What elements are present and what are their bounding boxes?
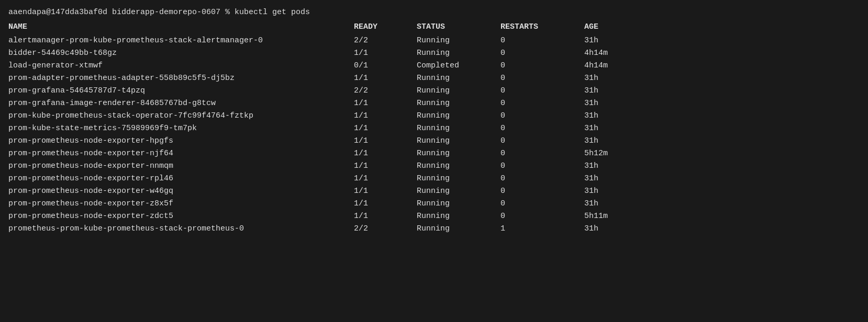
pod-status: Running: [417, 160, 500, 172]
table-row: prom-adapter-prometheus-adapter-558b89c5…: [8, 72, 860, 85]
pod-restarts: 0: [500, 198, 584, 210]
table-header: NAME READY STATUS RESTARTS AGE: [8, 21, 860, 33]
pod-restarts: 0: [500, 160, 584, 172]
pod-ready: 1/1: [354, 210, 417, 223]
pod-name: prom-prometheus-node-exporter-rpl46: [8, 172, 354, 185]
pod-status: Running: [417, 198, 500, 210]
table-row: alertmanager-prom-kube-prometheus-stack-…: [8, 34, 860, 47]
table-row: prom-kube-state-metrics-75989969f9-tm7pk…: [8, 122, 860, 135]
pod-restarts: 0: [500, 122, 584, 135]
table-row: prom-prometheus-node-exporter-z8x5f 1/1 …: [8, 198, 860, 210]
table-row: prom-prometheus-node-exporter-w46gq 1/1 …: [8, 185, 860, 198]
pod-name: prom-prometheus-node-exporter-z8x5f: [8, 198, 354, 210]
pod-name: prom-prometheus-node-exporter-hpgfs: [8, 135, 354, 147]
pod-age: 31h: [584, 110, 647, 122]
pod-restarts: 0: [500, 85, 584, 97]
pod-status: Running: [417, 210, 500, 223]
table-row: bidder-54469c49bb-t68gz 1/1 Running 0 4h…: [8, 47, 860, 60]
pod-age: 31h: [584, 122, 647, 135]
pod-status: Running: [417, 147, 500, 160]
pod-restarts: 0: [500, 60, 584, 72]
command-line: aaendapa@147dda3baf0d bidderapp-demorepo…: [8, 6, 860, 19]
pod-restarts: 0: [500, 34, 584, 47]
pod-ready: 1/1: [354, 198, 417, 210]
pod-status: Running: [417, 97, 500, 110]
pod-ready: 1/1: [354, 172, 417, 185]
pod-ready: 2/2: [354, 85, 417, 97]
header-age: AGE: [584, 21, 647, 33]
pod-ready: 1/1: [354, 135, 417, 147]
pod-status: Running: [417, 223, 500, 235]
pod-restarts: 0: [500, 110, 584, 122]
pod-restarts: 0: [500, 72, 584, 85]
pod-restarts: 0: [500, 47, 584, 60]
pod-status: Completed: [417, 60, 500, 72]
pod-ready: 1/1: [354, 72, 417, 85]
pod-restarts: 1: [500, 223, 584, 235]
pod-age: 31h: [584, 85, 647, 97]
pod-ready: 2/2: [354, 34, 417, 47]
header-status: STATUS: [417, 21, 500, 33]
pod-ready: 0/1: [354, 60, 417, 72]
pod-age: 31h: [584, 34, 647, 47]
pod-name: prom-grafana-54645787d7-t4pzq: [8, 85, 354, 97]
pod-age: 4h14m: [584, 47, 647, 60]
table-row: prometheus-prom-kube-prometheus-stack-pr…: [8, 223, 860, 235]
pod-status: Running: [417, 72, 500, 85]
table-row: load-generator-xtmwf 0/1 Completed 0 4h1…: [8, 60, 860, 72]
pod-ready: 1/1: [354, 185, 417, 198]
pod-status: Running: [417, 110, 500, 122]
pod-ready: 1/1: [354, 122, 417, 135]
terminal: aaendapa@147dda3baf0d bidderapp-demorepo…: [8, 6, 860, 235]
pod-status: Running: [417, 185, 500, 198]
pod-age: 31h: [584, 135, 647, 147]
pod-name: prom-kube-state-metrics-75989969f9-tm7pk: [8, 122, 354, 135]
pod-age: 31h: [584, 198, 647, 210]
pod-restarts: 0: [500, 185, 584, 198]
pod-restarts: 0: [500, 210, 584, 223]
table-row: prom-prometheus-node-exporter-nnmqm 1/1 …: [8, 160, 860, 172]
table-row: prom-kube-prometheus-stack-operator-7fc9…: [8, 110, 860, 122]
pod-age: 31h: [584, 172, 647, 185]
pod-name: prom-kube-prometheus-stack-operator-7fc9…: [8, 110, 354, 122]
pod-name: alertmanager-prom-kube-prometheus-stack-…: [8, 34, 354, 47]
pod-ready: 1/1: [354, 47, 417, 60]
pod-restarts: 0: [500, 147, 584, 160]
pod-status: Running: [417, 122, 500, 135]
pod-name: prom-adapter-prometheus-adapter-558b89c5…: [8, 72, 354, 85]
pod-age: 5h12m: [584, 147, 647, 160]
pod-restarts: 0: [500, 97, 584, 110]
pod-age: 31h: [584, 185, 647, 198]
pod-name: load-generator-xtmwf: [8, 60, 354, 72]
pod-age: 31h: [584, 223, 647, 235]
pod-age: 31h: [584, 97, 647, 110]
pod-name: prometheus-prom-kube-prometheus-stack-pr…: [8, 223, 354, 235]
pod-status: Running: [417, 135, 500, 147]
pod-status: Running: [417, 85, 500, 97]
pod-status: Running: [417, 47, 500, 60]
pod-status: Running: [417, 34, 500, 47]
pod-name: prom-prometheus-node-exporter-zdct5: [8, 210, 354, 223]
pod-name: prom-prometheus-node-exporter-nnmqm: [8, 160, 354, 172]
pod-ready: 1/1: [354, 110, 417, 122]
pod-status: Running: [417, 172, 500, 185]
pod-age: 31h: [584, 160, 647, 172]
header-ready: READY: [354, 21, 417, 33]
header-name: NAME: [8, 21, 354, 33]
pod-age: 5h11m: [584, 210, 647, 223]
pod-restarts: 0: [500, 135, 584, 147]
pod-name: prom-grafana-image-renderer-84685767bd-g…: [8, 97, 354, 110]
table-row: prom-grafana-image-renderer-84685767bd-g…: [8, 97, 860, 110]
header-restarts: RESTARTS: [500, 21, 584, 33]
pod-age: 31h: [584, 72, 647, 85]
pod-ready: 1/1: [354, 147, 417, 160]
table-row: prom-prometheus-node-exporter-hpgfs 1/1 …: [8, 135, 860, 147]
table-row: prom-prometheus-node-exporter-zdct5 1/1 …: [8, 210, 860, 223]
pod-ready: 1/1: [354, 160, 417, 172]
pod-age: 4h14m: [584, 60, 647, 72]
table-row: prom-grafana-54645787d7-t4pzq 2/2 Runnin…: [8, 85, 860, 97]
pod-ready: 1/1: [354, 97, 417, 110]
pod-name: bidder-54469c49bb-t68gz: [8, 47, 354, 60]
table-body: alertmanager-prom-kube-prometheus-stack-…: [8, 34, 860, 235]
pod-restarts: 0: [500, 172, 584, 185]
